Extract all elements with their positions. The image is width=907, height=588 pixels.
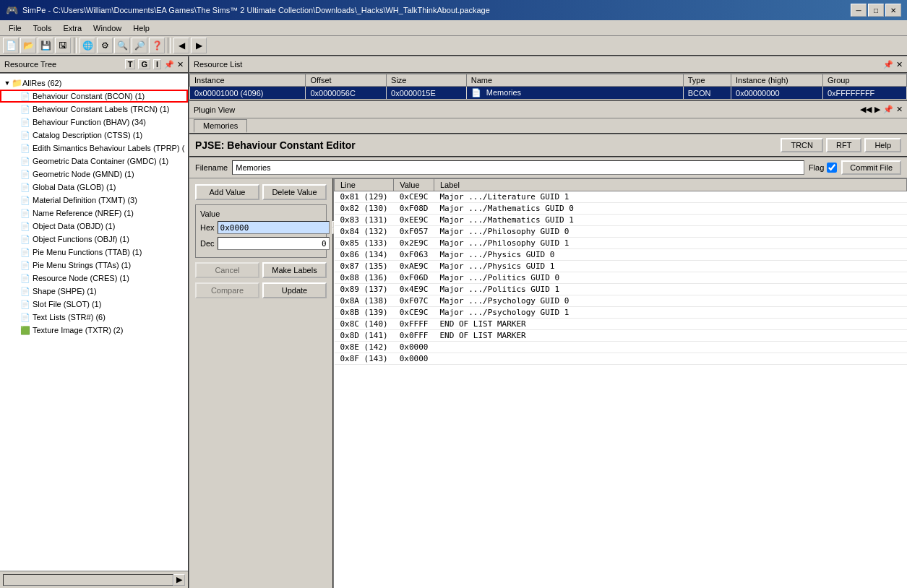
tree-item-txtr[interactable]: 🟩 Texture Image (TXTR) (2) — [0, 324, 188, 337]
bcon-table-row[interactable]: 0x8A (138) 0xF07C Major .../Psychology G… — [335, 295, 907, 307]
tree-item-bcon[interactable]: 📄 Behaviour Constant (BCON) (1) — [0, 90, 188, 103]
tree-item-nref[interactable]: 📄 Name Reference (NREF) (1) — [0, 207, 188, 220]
bcon-cancel-button[interactable]: Cancel — [195, 262, 259, 278]
toolbar-open[interactable]: 📂 — [20, 38, 36, 53]
toolbar-save[interactable]: 💾 — [38, 38, 53, 53]
resource-row[interactable]: 0x00001000 (4096) 0x0000056C 0x0000015E … — [190, 87, 907, 100]
bcon-make-labels-button[interactable]: Make Labels — [262, 262, 327, 278]
col-name[interactable]: Name — [466, 74, 683, 87]
bcon-update-button[interactable]: Update — [262, 282, 327, 298]
tree-item-shpe[interactable]: 📄 Shape (SHPE) (1) — [0, 285, 188, 298]
bcon-table-row[interactable]: 0x8E (142) 0x0000 — [335, 342, 907, 353]
bcon-rft-button[interactable]: RFT — [826, 138, 861, 152]
bcon-table-row[interactable]: 0x86 (134) 0xF063 Major .../Physics GUID… — [335, 249, 907, 261]
tree-item-trcn[interactable]: 📄 Behaviour Constant Labels (TRCN) (1) — [0, 103, 188, 116]
menu-extra[interactable]: Extra — [57, 22, 87, 34]
plugin-view-pin[interactable]: 📌 — [883, 105, 893, 114]
toolbar-save2[interactable]: 🖫 — [55, 38, 71, 53]
cell-type: BCON — [683, 87, 731, 100]
close-button[interactable]: ✕ — [885, 4, 901, 17]
toolbar-btn5[interactable]: 🌐 — [79, 38, 95, 53]
toolbar-btn11[interactable]: ▶ — [191, 38, 207, 53]
tree-item-slot[interactable]: 📄 Slot File (SLOT) (1) — [0, 298, 188, 311]
plugin-nav-next[interactable]: ▶ — [874, 105, 880, 114]
tree-item-cres[interactable]: 📄 Resource Node (CRES) (1) — [0, 272, 188, 285]
tree-item-txmt[interactable]: 📄 Material Definition (TXMT) (3) — [0, 194, 188, 207]
bcon-flag-checkbox[interactable] — [827, 163, 837, 173]
bcon-cell-label: Major .../Philosophy GUID 0 — [434, 226, 906, 238]
tree-allres[interactable]: ▼ 📁 AllRes (62) — [0, 77, 188, 90]
col-group[interactable]: Group — [822, 74, 906, 87]
pin-icon[interactable]: 📌 — [164, 60, 174, 69]
col-type[interactable]: Type — [683, 74, 731, 87]
maximize-button[interactable]: □ — [868, 4, 884, 17]
tree-ctrl-t[interactable]: T — [125, 59, 136, 69]
bcon-compare-button[interactable]: Compare — [195, 282, 259, 298]
tree-item-tprp[interactable]: 📄 Edith Simantics Behaviour Labels (TPRP… — [0, 142, 188, 155]
bcon-trcn-button[interactable]: TRCN — [781, 138, 823, 152]
col-offset[interactable]: Offset — [306, 74, 387, 87]
col-inst-high[interactable]: Instance (high) — [731, 74, 823, 87]
toolbar-btn6[interactable]: ⚙ — [97, 38, 113, 53]
tree-item-str[interactable]: 📄 Text Lists (STR#) (6) — [0, 311, 188, 324]
main-area: Resource Tree T G I 📌 ✕ ▼ 📁 AllRes (62) … — [0, 56, 907, 588]
tree-item-ttab[interactable]: 📄 Pie Menu Functions (TTAB) (1) — [0, 246, 188, 259]
toolbar-new[interactable]: 📄 — [3, 38, 19, 53]
bcon-filename-input[interactable] — [232, 160, 804, 175]
resource-list-pin[interactable]: 📌 — [883, 60, 893, 69]
tree-item-objd[interactable]: 📄 Object Data (OBJD) (1) — [0, 220, 188, 233]
bcon-commit-button[interactable]: Commit File — [841, 160, 901, 175]
plugin-nav-prev[interactable]: ◀◀ — [860, 105, 872, 114]
bcon-col-line[interactable]: Line — [335, 179, 394, 191]
bcon-add-value-button[interactable]: Add Value — [195, 184, 259, 200]
col-size[interactable]: Size — [387, 74, 467, 87]
bcon-table-row[interactable]: 0x83 (131) 0xEE9C Major .../Mathematics … — [335, 215, 907, 226]
tree-hscroll[interactable] — [3, 574, 173, 586]
minimize-button[interactable]: ─ — [851, 4, 867, 17]
bcon-table-row[interactable]: 0x8D (141) 0x0FFF END OF LIST MARKER — [335, 330, 907, 342]
tree-item-gmdc[interactable]: 📄 Geometric Data Container (GMDC) (1) — [0, 155, 188, 168]
resource-list-close[interactable]: ✕ — [896, 60, 903, 69]
bcon-table-row[interactable]: 0x89 (137) 0x4E9C Major .../Politics GUI… — [335, 284, 907, 295]
bcon-data-area[interactable]: Line Value Label 0x81 (129) 0xCE9C Major… — [334, 178, 907, 588]
title-bar-controls[interactable]: ─ □ ✕ — [851, 4, 901, 17]
bcon-dec-input[interactable] — [218, 237, 330, 250]
bcon-table-row[interactable]: 0x84 (132) 0xF057 Major .../Philosophy G… — [335, 226, 907, 238]
bcon-table-row[interactable]: 0x87 (135) 0xAE9C Major .../Physics GUID… — [335, 261, 907, 272]
tree-item-gmnd[interactable]: 📄 Geometric Node (GMND) (1) — [0, 168, 188, 181]
tree-item-glob[interactable]: 📄 Global Data (GLOB) (1) — [0, 181, 188, 194]
menu-window[interactable]: Window — [87, 22, 127, 34]
bcon-col-value[interactable]: Value — [394, 179, 434, 191]
tree-content[interactable]: ▼ 📁 AllRes (62) 📄 Behaviour Constant (BC… — [0, 74, 188, 571]
bcon-table-row[interactable]: 0x88 (136) 0xF06D Major .../Politics GUI… — [335, 272, 907, 284]
bcon-delete-value-button[interactable]: Delete Value — [262, 184, 327, 200]
bcon-col-label[interactable]: Label — [434, 179, 906, 191]
toolbar-btn10[interactable]: ◀ — [173, 38, 189, 53]
plugin-tab-memories[interactable]: Memories — [194, 119, 247, 133]
tree-ctrl-g[interactable]: G — [138, 59, 150, 69]
plugin-view-close[interactable]: ✕ — [896, 105, 903, 114]
col-instance[interactable]: Instance — [190, 74, 306, 87]
tree-close-icon[interactable]: ✕ — [177, 60, 184, 69]
menu-help[interactable]: Help — [127, 22, 155, 34]
tree-item-ttas[interactable]: 📄 Pie Menu Strings (TTAs) (1) — [0, 259, 188, 272]
toolbar-btn9[interactable]: ❓ — [149, 38, 165, 53]
bcon-table-row[interactable]: 0x81 (129) 0xCE9C Major .../Literature G… — [335, 191, 907, 203]
bcon-hex-input[interactable] — [218, 221, 330, 234]
tree-bottom-scroll[interactable]: ▶ — [0, 571, 188, 588]
bcon-help-button[interactable]: Help — [864, 138, 901, 152]
tree-item-objf[interactable]: 📄 Object Functions (OBJf) (1) — [0, 233, 188, 246]
toolbar-btn8[interactable]: 🔎 — [132, 38, 147, 53]
bcon-table-row[interactable]: 0x8C (140) 0xFFFF END OF LIST MARKER — [335, 319, 907, 330]
bcon-table-row[interactable]: 0x82 (130) 0xF08D Major .../Mathematics … — [335, 203, 907, 215]
bcon-table-row[interactable]: 0x8F (143) 0x0000 — [335, 353, 907, 365]
menu-file[interactable]: File — [3, 22, 27, 34]
menu-tools[interactable]: Tools — [27, 22, 58, 34]
bcon-table-row[interactable]: 0x85 (133) 0x2E9C Major .../Philosophy G… — [335, 238, 907, 249]
tree-scroll-right[interactable]: ▶ — [173, 574, 185, 586]
bcon-table-row[interactable]: 0x8B (139) 0xCE9C Major .../Psychology G… — [335, 307, 907, 319]
tree-ctrl-i[interactable]: I — [153, 59, 161, 69]
tree-item-bhav[interactable]: 📄 Behaviour Function (BHAV) (34) — [0, 116, 188, 129]
toolbar-btn7[interactable]: 🔍 — [114, 38, 130, 53]
tree-item-ctss[interactable]: 📄 Catalog Description (CTSS) (1) — [0, 129, 188, 142]
